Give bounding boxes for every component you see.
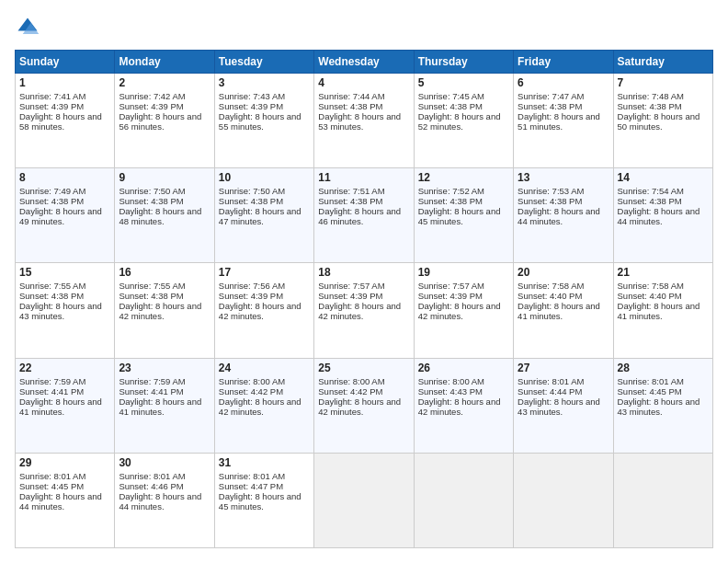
sunset-label: Sunset: 4:38 PM xyxy=(318,196,382,206)
daylight-label: Daylight: 8 hours and 46 minutes. xyxy=(318,206,401,226)
daylight-label: Daylight: 8 hours and 41 minutes. xyxy=(19,396,102,417)
week-row-4: 22 Sunrise: 7:59 AM Sunset: 4:41 PM Dayl… xyxy=(16,358,713,453)
day-number: 14 xyxy=(618,171,709,184)
calendar-cell xyxy=(314,453,414,547)
daylight-label: Daylight: 8 hours and 42 minutes. xyxy=(318,301,401,321)
day-number: 17 xyxy=(219,266,310,279)
sunrise-label: Sunrise: 7:47 AM xyxy=(518,91,584,101)
sunset-label: Sunset: 4:38 PM xyxy=(19,196,84,206)
daylight-label: Daylight: 8 hours and 42 minutes. xyxy=(219,301,301,321)
week-row-2: 8 Sunrise: 7:49 AM Sunset: 4:38 PM Dayli… xyxy=(16,168,713,263)
daylight-label: Daylight: 8 hours and 53 minutes. xyxy=(318,111,401,132)
sunset-label: Sunset: 4:39 PM xyxy=(318,291,382,301)
sunset-label: Sunset: 4:46 PM xyxy=(119,481,183,491)
daylight-label: Daylight: 8 hours and 44 minutes. xyxy=(19,491,102,511)
sunset-label: Sunset: 4:38 PM xyxy=(518,101,582,111)
daylight-label: Daylight: 8 hours and 44 minutes. xyxy=(119,491,201,511)
daylight-label: Daylight: 8 hours and 42 minutes. xyxy=(418,396,501,417)
daylight-label: Daylight: 8 hours and 50 minutes. xyxy=(618,111,700,132)
day-number: 20 xyxy=(518,266,609,279)
calendar-cell: 23 Sunrise: 7:59 AM Sunset: 4:41 PM Dayl… xyxy=(115,358,214,453)
calendar-cell: 3 Sunrise: 7:43 AM Sunset: 4:39 PM Dayli… xyxy=(214,74,313,168)
sunrise-label: Sunrise: 8:01 AM xyxy=(618,376,684,386)
calendar-cell: 31 Sunrise: 8:01 AM Sunset: 4:47 PM Dayl… xyxy=(214,453,313,547)
sunrise-label: Sunrise: 7:48 AM xyxy=(618,91,684,101)
sunset-label: Sunset: 4:38 PM xyxy=(219,196,283,206)
calendar-table: SundayMondayTuesdayWednesdayThursdayFrid… xyxy=(15,50,713,548)
sunset-label: Sunset: 4:41 PM xyxy=(19,386,84,396)
day-header-monday: Monday xyxy=(115,51,214,74)
day-number: 12 xyxy=(418,171,509,184)
day-number: 9 xyxy=(119,171,210,184)
daylight-label: Daylight: 8 hours and 48 minutes. xyxy=(119,206,201,226)
calendar-cell: 12 Sunrise: 7:52 AM Sunset: 4:38 PM Dayl… xyxy=(414,168,513,263)
logo xyxy=(15,15,44,40)
sunrise-label: Sunrise: 7:51 AM xyxy=(318,186,384,196)
sunrise-label: Sunrise: 7:56 AM xyxy=(219,281,285,291)
calendar-cell: 25 Sunrise: 8:00 AM Sunset: 4:42 PM Dayl… xyxy=(314,358,414,453)
day-number: 18 xyxy=(318,266,409,279)
calendar-cell: 30 Sunrise: 8:01 AM Sunset: 4:46 PM Dayl… xyxy=(115,453,214,547)
calendar-cell: 16 Sunrise: 7:55 AM Sunset: 4:38 PM Dayl… xyxy=(115,263,214,358)
daylight-label: Daylight: 8 hours and 43 minutes. xyxy=(19,301,102,321)
day-number: 30 xyxy=(119,456,210,469)
day-number: 2 xyxy=(119,76,210,89)
daylight-label: Daylight: 8 hours and 42 minutes. xyxy=(219,396,301,417)
sunrise-label: Sunrise: 7:43 AM xyxy=(219,91,285,101)
day-number: 11 xyxy=(318,171,409,184)
sunrise-label: Sunrise: 8:00 AM xyxy=(219,376,285,386)
day-header-saturday: Saturday xyxy=(613,51,712,74)
sunset-label: Sunset: 4:38 PM xyxy=(119,291,183,301)
daylight-label: Daylight: 8 hours and 56 minutes. xyxy=(119,111,201,132)
daylight-label: Daylight: 8 hours and 52 minutes. xyxy=(418,111,501,132)
daylight-label: Daylight: 8 hours and 49 minutes. xyxy=(19,206,102,226)
sunrise-label: Sunrise: 7:52 AM xyxy=(418,186,484,196)
daylight-label: Daylight: 8 hours and 41 minutes. xyxy=(618,301,700,321)
sunrise-label: Sunrise: 7:54 AM xyxy=(618,186,684,196)
sunrise-label: Sunrise: 8:01 AM xyxy=(518,376,584,386)
calendar-cell: 2 Sunrise: 7:42 AM Sunset: 4:39 PM Dayli… xyxy=(115,74,214,168)
calendar-cell: 26 Sunrise: 8:00 AM Sunset: 4:43 PM Dayl… xyxy=(414,358,513,453)
calendar-cell: 14 Sunrise: 7:54 AM Sunset: 4:38 PM Dayl… xyxy=(613,168,712,263)
sunset-label: Sunset: 4:39 PM xyxy=(219,291,283,301)
calendar-cell: 21 Sunrise: 7:58 AM Sunset: 4:40 PM Dayl… xyxy=(613,263,712,358)
day-number: 22 xyxy=(19,362,110,374)
calendar-cell: 1 Sunrise: 7:41 AM Sunset: 4:39 PM Dayli… xyxy=(16,74,115,168)
daylight-label: Daylight: 8 hours and 58 minutes. xyxy=(19,111,102,132)
daylight-label: Daylight: 8 hours and 45 minutes. xyxy=(418,206,501,226)
sunset-label: Sunset: 4:38 PM xyxy=(318,101,382,111)
sunset-label: Sunset: 4:38 PM xyxy=(418,101,483,111)
sunrise-label: Sunrise: 7:53 AM xyxy=(518,186,584,196)
calendar-cell: 29 Sunrise: 8:01 AM Sunset: 4:45 PM Dayl… xyxy=(16,453,115,547)
sunrise-label: Sunrise: 7:41 AM xyxy=(19,91,85,101)
sunset-label: Sunset: 4:39 PM xyxy=(418,291,483,301)
calendar-cell: 9 Sunrise: 7:50 AM Sunset: 4:38 PM Dayli… xyxy=(115,168,214,263)
sunrise-label: Sunrise: 8:01 AM xyxy=(19,471,85,481)
day-number: 26 xyxy=(418,362,509,374)
sunset-label: Sunset: 4:39 PM xyxy=(19,101,84,111)
day-number: 15 xyxy=(19,266,110,279)
calendar-cell: 20 Sunrise: 7:58 AM Sunset: 4:40 PM Dayl… xyxy=(514,263,613,358)
daylight-label: Daylight: 8 hours and 44 minutes. xyxy=(618,206,700,226)
day-header-wednesday: Wednesday xyxy=(314,51,414,74)
daylight-label: Daylight: 8 hours and 45 minutes. xyxy=(219,491,301,511)
calendar-cell xyxy=(514,453,613,547)
sunset-label: Sunset: 4:47 PM xyxy=(219,481,283,491)
day-number: 29 xyxy=(19,456,110,469)
calendar-cell: 10 Sunrise: 7:50 AM Sunset: 4:38 PM Dayl… xyxy=(214,168,313,263)
sunset-label: Sunset: 4:42 PM xyxy=(219,386,283,396)
sunrise-label: Sunrise: 7:55 AM xyxy=(119,281,185,291)
daylight-label: Daylight: 8 hours and 41 minutes. xyxy=(119,396,201,417)
sunset-label: Sunset: 4:40 PM xyxy=(518,291,582,301)
calendar-cell: 15 Sunrise: 7:55 AM Sunset: 4:38 PM Dayl… xyxy=(16,263,115,358)
day-number: 1 xyxy=(19,76,110,89)
day-header-friday: Friday xyxy=(514,51,613,74)
day-header-thursday: Thursday xyxy=(414,51,513,74)
header xyxy=(15,15,713,40)
daylight-label: Daylight: 8 hours and 55 minutes. xyxy=(219,111,301,132)
calendar-cell xyxy=(414,453,513,547)
sunset-label: Sunset: 4:38 PM xyxy=(418,196,483,206)
sunset-label: Sunset: 4:39 PM xyxy=(119,101,183,111)
sunrise-label: Sunrise: 7:55 AM xyxy=(19,281,85,291)
day-number: 28 xyxy=(618,362,709,374)
